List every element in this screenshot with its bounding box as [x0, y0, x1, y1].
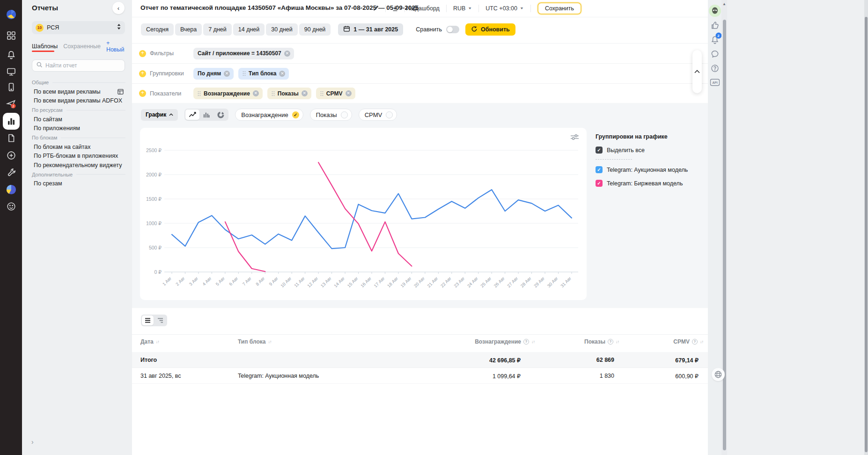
- currency-select[interactable]: RUB▼: [453, 5, 472, 12]
- sort-icon[interactable]: ↓↑: [268, 339, 271, 344]
- column-header-Тип блока[interactable]: Тип блока↓↑: [238, 338, 271, 345]
- notifications-bell-icon[interactable]: 2: [710, 36, 719, 44]
- column-header-Вознаграждение[interactable]: Вознаграждение?↓↑: [475, 338, 535, 345]
- globe-language-icon[interactable]: [712, 368, 725, 381]
- sidebar-yandex-logo[interactable]: [6, 9, 16, 20]
- scroll-to-top-pill[interactable]: [692, 50, 702, 93]
- chart-settings-icon[interactable]: [570, 134, 579, 142]
- unchecked-checkbox[interactable]: [341, 111, 348, 118]
- list-view-icon[interactable]: [142, 316, 154, 325]
- date-range-button[interactable]: 1 — 31 авг 2025: [338, 23, 403, 36]
- sidebar-item-0-1[interactable]: По всем видам рекламы ADFOX: [32, 96, 125, 106]
- legend-item-1[interactable]: ✓Telegram: Биржевая модель: [596, 180, 703, 187]
- chip-Показы[interactable]: Показы✕: [267, 88, 311, 99]
- sidebar-apps-grid-icon[interactable]: [6, 30, 16, 41]
- range-button-4[interactable]: 30 дней: [266, 23, 298, 36]
- edit-pencil-icon[interactable]: [371, 3, 381, 14]
- sidebar-send-beta-icon[interactable]: β: [6, 99, 16, 109]
- chip-Тип блока[interactable]: Тип блока✕: [238, 68, 289, 80]
- sidebar-item-1-0[interactable]: По сайтам: [32, 115, 125, 124]
- save-button[interactable]: Сохранить: [537, 2, 581, 15]
- table-row[interactable]: 31 авг 2025, всTelegram: Аукционная моде…: [132, 368, 708, 384]
- column-header-CPMV[interactable]: CPMV?↓↑: [673, 338, 703, 345]
- chip-remove-icon[interactable]: ✕: [302, 90, 308, 96]
- api-icon[interactable]: API: [710, 79, 720, 86]
- chat-icon[interactable]: [710, 50, 719, 59]
- compare-toggle[interactable]: [446, 26, 459, 33]
- to-dashboard-link[interactable]: На дашборд: [406, 5, 440, 12]
- sidebar-item-0-0[interactable]: По всем видам рекламы: [32, 87, 125, 96]
- legend-select-all[interactable]: ✓Выделить все: [596, 147, 703, 154]
- chip-remove-icon[interactable]: ✕: [284, 51, 290, 57]
- legend-item-0[interactable]: ✓Telegram: Аукционная модель: [596, 166, 703, 173]
- range-button-3[interactable]: 14 дней: [233, 23, 265, 36]
- table-row-totals[interactable]: Итого42 696,85 ₽62 869679,14 ₽: [132, 352, 708, 368]
- sort-icon[interactable]: ↓↑: [700, 339, 703, 344]
- sidebar-metrica-logo[interactable]: [6, 184, 16, 195]
- sidebar-item-2-0[interactable]: По блокам на сайтах: [32, 142, 125, 152]
- checked-checkbox[interactable]: ✓: [596, 166, 603, 173]
- add-Показатели-icon[interactable]: +: [139, 90, 146, 97]
- range-button-0[interactable]: Сегодня: [141, 23, 174, 36]
- tab-saved[interactable]: Сохраненные: [63, 43, 101, 50]
- sidebar-item-2-2[interactable]: По рекомендательному виджету: [32, 161, 125, 170]
- chip-CPMV[interactable]: CPMV✕: [316, 88, 355, 99]
- add-Фильтры-icon[interactable]: +: [139, 50, 146, 57]
- sort-icon[interactable]: ↓↑: [156, 339, 159, 344]
- range-button-1[interactable]: Вчера: [175, 23, 202, 36]
- sidebar-item-3-0[interactable]: По срезам: [32, 179, 125, 189]
- sidebar-plus-circle-icon[interactable]: [6, 150, 16, 161]
- chip-Сайт / приложение = 14350507[interactable]: Сайт / приложение = 14350507✕: [193, 48, 294, 59]
- chip-Вознаграждение[interactable]: Вознаграждение✕: [193, 88, 263, 99]
- sidebar-monitor-icon[interactable]: [6, 66, 16, 77]
- unchecked-checkbox[interactable]: [386, 111, 393, 118]
- drag-handle-icon[interactable]: [272, 91, 275, 96]
- chip-remove-icon[interactable]: ✕: [224, 71, 230, 77]
- app-scrollbar[interactable]: ▲: [721, 0, 727, 455]
- chip-По дням[interactable]: По дням✕: [193, 68, 234, 80]
- sidebar-item-1-1[interactable]: По приложениям: [32, 124, 125, 133]
- tree-view-icon[interactable]: [154, 316, 166, 325]
- range-button-5[interactable]: 90 дней: [299, 23, 331, 36]
- drag-handle-icon[interactable]: [198, 91, 201, 96]
- line-chart[interactable]: 0 ₽500 ₽1000 ₽1500 ₽2000 ₽2500 ₽1 Авг2 А…: [140, 128, 587, 300]
- add-Группировки-icon[interactable]: +: [139, 70, 146, 77]
- help-icon[interactable]: [710, 64, 719, 73]
- chip-remove-icon[interactable]: ✕: [346, 90, 352, 96]
- help-icon[interactable]: ?: [523, 339, 529, 345]
- bottom-expand-chevron-icon[interactable]: ›: [31, 438, 34, 446]
- sidebar-phone-icon[interactable]: [6, 82, 16, 92]
- tab-templates[interactable]: Шаблоны: [32, 43, 58, 50]
- report-search[interactable]: [32, 59, 125, 72]
- sort-icon[interactable]: ↓↑: [531, 339, 535, 344]
- chip-remove-icon[interactable]: ✕: [253, 90, 259, 96]
- column-header-Показы[interactable]: Показы?↓↑: [584, 338, 619, 345]
- scrollbar-thumb[interactable]: [865, 17, 868, 452]
- range-button-2[interactable]: 7 дней: [203, 23, 232, 36]
- metric-pill-Показы[interactable]: Показы: [310, 109, 352, 121]
- window-scrollbar[interactable]: [864, 0, 868, 455]
- scrollbar-thumb[interactable]: [723, 20, 726, 450]
- search-input[interactable]: [45, 62, 116, 69]
- bar-chart-icon[interactable]: [199, 110, 213, 120]
- sort-icon[interactable]: ↓↑: [616, 339, 619, 344]
- sidebar-bar-chart-icon[interactable]: [6, 116, 16, 126]
- checked-checkbox[interactable]: ✓: [596, 180, 603, 187]
- timezone-select[interactable]: UTC +03:00▼: [485, 5, 524, 12]
- drag-handle-icon[interactable]: [320, 91, 324, 96]
- metric-pill-Вознаграждение[interactable]: Вознаграждение✓: [235, 109, 303, 121]
- graph-collapse-button[interactable]: График: [141, 109, 178, 121]
- checked-checkbox[interactable]: ✓: [596, 147, 603, 154]
- sidebar-document-icon[interactable]: [6, 133, 16, 143]
- scroll-up-arrow-icon[interactable]: ▲: [722, 2, 726, 6]
- download-icon[interactable]: [390, 3, 400, 14]
- drag-handle-icon[interactable]: [243, 71, 246, 76]
- sidebar-item-2-1[interactable]: По РТБ-блокам в приложениях: [32, 152, 125, 161]
- help-icon[interactable]: ?: [608, 339, 613, 345]
- sidebar-collapse-button[interactable]: ‹: [112, 2, 125, 14]
- column-header-Дата[interactable]: Дата↓↑: [140, 338, 159, 345]
- thumbs-up-icon[interactable]: [710, 21, 719, 30]
- sidebar-bell-icon[interactable]: [6, 50, 16, 60]
- help-icon[interactable]: ?: [692, 339, 698, 345]
- sidebar-smiley-icon[interactable]: [6, 201, 16, 212]
